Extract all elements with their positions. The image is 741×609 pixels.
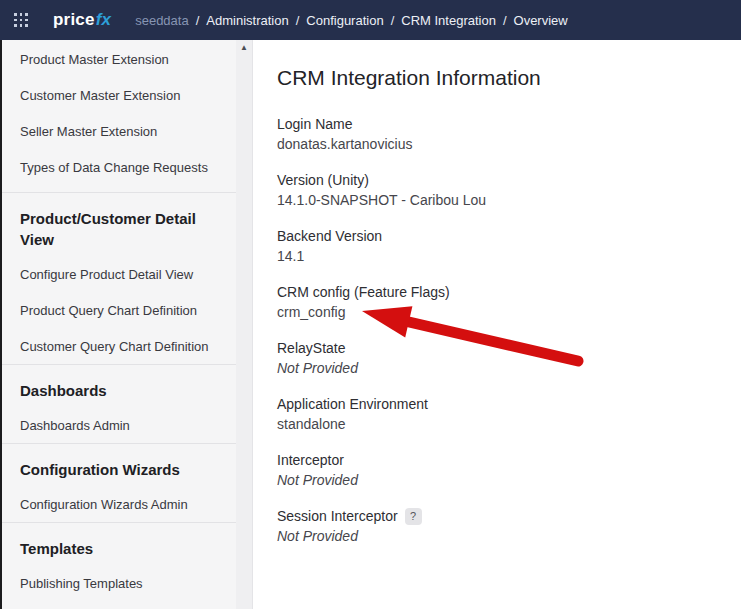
field-interceptor: Interceptor Not Provided [277,450,741,490]
breadcrumb-configuration[interactable]: Configuration [306,13,383,28]
info-fields: Login Name donatas.kartanovicius Version… [277,114,741,546]
field-label: Interceptor [277,450,741,470]
sidebar-item-product-query-chart-definition[interactable]: Product Query Chart Definition [20,292,210,328]
sidebar-section-header: Configuration Wizards [20,455,210,480]
field-crm-config: CRM config (Feature Flags) crm_config [277,282,741,322]
field-version-unity: Version (Unity) 14.1.0-SNAPSHOT - Caribo… [277,170,741,210]
sidebar-item-seller-master-extension[interactable]: Seller Master Extension [20,113,210,149]
breadcrumb-separator: / [196,13,200,28]
field-label-text: Session Interceptor [277,506,398,526]
field-value: 14.1.0-SNAPSHOT - Caribou Lou [277,190,741,210]
sidebar-item-dashboards-admin[interactable]: Dashboards Admin [20,407,210,443]
breadcrumb-administration[interactable]: Administration [206,13,288,28]
field-value: crm_config [277,302,741,322]
help-icon[interactable]: ? [405,508,422,525]
field-label: Application Environment [277,394,741,414]
pricefx-logo[interactable]: pricefx [53,10,111,30]
field-relaystate: RelayState Not Provided [277,338,741,378]
field-value: Not Provided [277,358,741,378]
field-login-name: Login Name donatas.kartanovicius [277,114,741,154]
field-label: Login Name [277,114,741,134]
breadcrumb-separator: / [503,13,507,28]
logo-text-fx: fx [96,10,112,30]
sidebar-group-extensions: Product Master Extension Customer Master… [2,40,236,193]
sidebar-menu: Product Master Extension Customer Master… [2,40,236,609]
field-value: Not Provided [277,470,741,490]
sidebar-item-customer-master-extension[interactable]: Customer Master Extension [20,77,210,113]
sidebar-group-configuration-wizards: Configuration Wizards Configuration Wiza… [2,444,236,523]
breadcrumb-separator: / [296,13,300,28]
logo-text-price: price [53,10,95,30]
scroll-up-icon[interactable]: ▲ [236,40,252,52]
sidebar-item-types-of-data-change-requests[interactable]: Types of Data Change Requests [20,149,210,185]
breadcrumb-overview[interactable]: Overview [514,13,568,28]
field-label: Version (Unity) [277,170,741,190]
sidebar-group-product-customer-detail-view: Product/Customer Detail View Configure P… [2,193,236,365]
breadcrumb: seeddata / Administration / Configuratio… [135,13,568,28]
sidebar-scrollbar[interactable]: ▲ [236,40,252,609]
field-value: 14.1 [277,246,741,266]
breadcrumb-crm-integration[interactable]: CRM Integration [401,13,496,28]
apps-grid-icon[interactable] [14,13,28,27]
breadcrumb-separator: / [391,13,395,28]
field-label: Session Interceptor ? [277,506,741,526]
sidebar-section-header: Templates [20,534,210,559]
field-application-environment: Application Environment standalone [277,394,741,434]
sidebar-item-publishing-templates[interactable]: Publishing Templates [20,565,210,601]
field-session-interceptor: Session Interceptor ? Not Provided [277,506,741,546]
field-value: Not Provided [277,526,741,546]
settings-sidebar: Product Master Extension Customer Master… [0,40,253,609]
breadcrumb-partition[interactable]: seeddata [135,13,189,28]
field-label: Backend Version [277,226,741,246]
sidebar-section-header: Dashboards [20,376,210,401]
top-navigation-bar: pricefx seeddata / Administration / Conf… [0,0,741,40]
sidebar-group-templates: Templates Publishing Templates [2,523,236,601]
field-label: RelayState [277,338,741,358]
field-value: standalone [277,414,741,434]
field-value: donatas.kartanovicius [277,134,741,154]
sidebar-item-customer-query-chart-definition[interactable]: Customer Query Chart Definition [20,328,210,364]
sidebar-item-configure-product-detail-view[interactable]: Configure Product Detail View [20,256,210,292]
field-label: CRM config (Feature Flags) [277,282,741,302]
sidebar-group-dashboards: Dashboards Dashboards Admin [2,365,236,444]
sidebar-section-header: Product/Customer Detail View [20,204,210,250]
page-title: CRM Integration Information [277,66,741,90]
crm-integration-overview-panel: CRM Integration Information Login Name d… [254,40,741,609]
sidebar-item-product-master-extension[interactable]: Product Master Extension [20,41,210,77]
sidebar-item-configuration-wizards-admin[interactable]: Configuration Wizards Admin [20,486,210,522]
field-backend-version: Backend Version 14.1 [277,226,741,266]
